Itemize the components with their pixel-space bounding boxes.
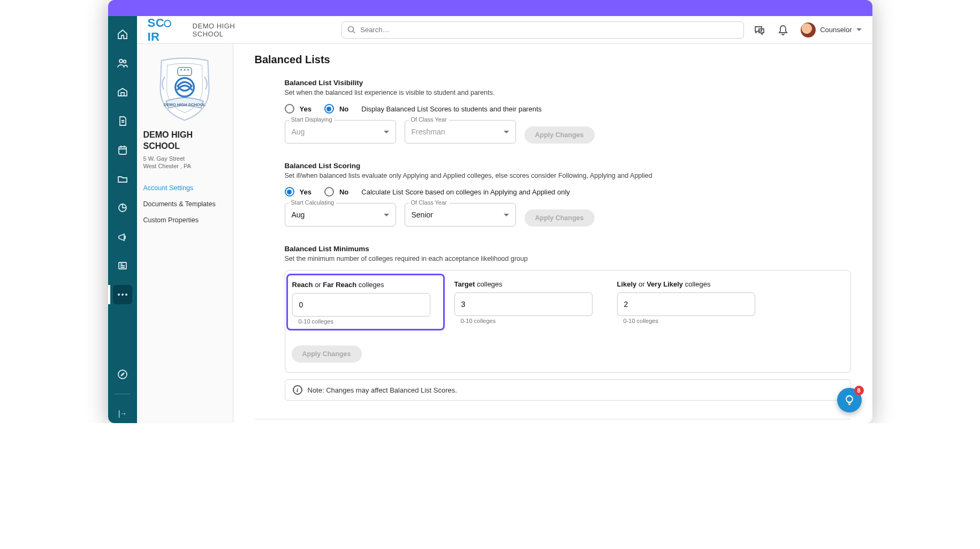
svg-point-8 — [180, 69, 182, 71]
visibility-radio-yes[interactable] — [285, 104, 294, 114]
svg-point-10 — [187, 69, 189, 71]
scoring-class-label: Of Class Year — [409, 199, 449, 206]
scoring-caption: Calculate List Score based on colleges i… — [361, 188, 570, 196]
search-box[interactable] — [341, 21, 744, 39]
news-icon — [117, 260, 128, 272]
visibility-caption: Display Balanced List Scores to students… — [361, 105, 542, 113]
nav-school[interactable] — [113, 82, 132, 102]
svg-point-0 — [119, 59, 123, 63]
user-menu[interactable]: Counselor — [801, 22, 861, 37]
user-role: Counselor — [820, 26, 852, 34]
document-icon — [117, 115, 128, 127]
likely-label: Likely or Very Likely colleges — [617, 280, 767, 288]
scoring-start-label: Start Calculating — [289, 199, 337, 206]
visibility-heading: Balanced List Visibility — [285, 79, 851, 87]
minimums-note: i Note: Changes may affect Balanced List… — [285, 379, 851, 401]
svg-point-6 — [348, 26, 354, 32]
notifications-button[interactable] — [777, 24, 789, 36]
scoring-no-label: No — [339, 188, 348, 196]
main-content: Balanced Lists Balanced List Visibility … — [233, 44, 872, 423]
home-icon — [117, 28, 128, 40]
reach-input[interactable] — [292, 293, 430, 317]
sidebar-address-1: 5 W. Gay Street — [141, 155, 229, 163]
visibility-start-label: Start Displaying — [289, 116, 335, 123]
help-bulb-icon — [843, 394, 856, 407]
avatar — [801, 22, 816, 37]
search-input[interactable] — [360, 26, 738, 34]
nav-folder[interactable] — [113, 169, 132, 189]
sidebar-link-documents[interactable]: Documents & Templates — [141, 196, 229, 212]
context-school-name: DEMO HIGH SCHOOL — [193, 22, 268, 38]
calendar-icon — [117, 144, 128, 156]
svg-point-9 — [184, 69, 185, 71]
chevron-down-icon — [856, 28, 862, 31]
sidebar-link-account-settings[interactable]: Account Settings — [141, 180, 229, 196]
visibility-class-select[interactable]: Freshman — [405, 120, 516, 144]
messages-button[interactable] — [754, 24, 765, 36]
scoring-yes-label: Yes — [300, 188, 312, 196]
nav-home[interactable] — [113, 25, 132, 44]
visibility-apply-button[interactable]: Apply Changes — [525, 126, 595, 144]
reach-label: Reach or Far Reach colleges — [292, 281, 439, 289]
megaphone-icon — [117, 231, 128, 243]
target-input[interactable] — [454, 292, 592, 316]
scoring-class-select[interactable]: Senior — [405, 203, 516, 227]
help-badge: 8 — [854, 386, 864, 395]
chevron-down-icon — [504, 131, 509, 133]
more-icon — [118, 294, 127, 296]
page-sidebar: DEMO HIGH SCHOOL DEMO HIGH SCHOOL 5 W. G… — [137, 44, 233, 423]
scoring-apply-button[interactable]: Apply Changes — [525, 209, 595, 227]
scoring-class-value: Senior — [412, 210, 433, 219]
scoring-radio-no[interactable] — [324, 187, 334, 197]
compass-icon — [117, 368, 128, 380]
nav-announce[interactable] — [113, 227, 132, 246]
sidebar-school-name: DEMO HIGH SCHOOL — [141, 130, 229, 155]
search-icon — [347, 26, 356, 34]
minimums-desc: Set the minimum number of colleges requi… — [285, 255, 851, 262]
visibility-yes-label: Yes — [300, 105, 312, 113]
info-icon: i — [293, 385, 302, 395]
nav-document[interactable] — [113, 111, 132, 131]
minimums-heading: Balanced List Minimums — [285, 245, 851, 253]
page-title: Balanced Lists — [255, 54, 851, 66]
logo[interactable]: SCIR — [148, 16, 183, 44]
svg-rect-2 — [119, 147, 126, 154]
likely-input[interactable] — [617, 292, 755, 316]
bell-icon — [777, 24, 789, 36]
nav-expand[interactable]: |→ — [113, 404, 132, 423]
help-fab[interactable]: 8 — [837, 388, 862, 412]
nav-rail: |→ — [108, 16, 137, 423]
nav-calendar[interactable] — [113, 140, 132, 160]
sidebar-address-2: West Chester , PA — [141, 163, 229, 170]
minimums-panel: Reach or Far Reach colleges 0-10 college… — [285, 270, 851, 373]
minimums-section: Balanced List Minimums Set the minimum n… — [255, 245, 851, 401]
nav-analytics[interactable] — [113, 198, 132, 217]
scoring-heading: Balanced List Scoring — [285, 162, 851, 170]
people-icon — [117, 57, 128, 69]
school-crest: DEMO HIGH SCHOOL — [150, 54, 219, 123]
minimums-apply-button[interactable]: Apply Changes — [292, 345, 362, 363]
chevron-down-icon — [384, 131, 389, 133]
visibility-start-select[interactable]: Aug — [285, 120, 396, 144]
reach-help: 0-10 colleges — [292, 318, 439, 325]
nav-compass[interactable] — [113, 365, 132, 384]
nav-people[interactable] — [113, 54, 132, 73]
scoring-radio-yes[interactable] — [285, 187, 294, 197]
expand-icon: |→ — [118, 409, 127, 418]
visibility-no-label: No — [339, 105, 348, 113]
visibility-section: Balanced List Visibility Set when the ba… — [255, 79, 851, 144]
visibility-class-label: Of Class Year — [409, 116, 449, 123]
target-label: Target colleges — [454, 280, 604, 288]
visibility-radio-no[interactable] — [324, 104, 334, 114]
scoring-start-value: Aug — [292, 210, 305, 219]
nav-more[interactable] — [113, 285, 132, 304]
scoring-start-select[interactable]: Aug — [285, 203, 396, 227]
sidebar-link-custom-props[interactable]: Custom Properties — [141, 212, 229, 228]
top-bar: SCIR DEMO HIGH SCHOOL Counselor — [137, 16, 872, 44]
folder-icon — [117, 173, 128, 185]
school-icon — [117, 86, 128, 98]
nav-reports[interactable] — [113, 256, 132, 275]
target-help: 0-10 colleges — [454, 318, 604, 324]
svg-text:DEMO HIGH SCHOOL: DEMO HIGH SCHOOL — [164, 102, 206, 107]
chevron-down-icon — [504, 214, 509, 216]
